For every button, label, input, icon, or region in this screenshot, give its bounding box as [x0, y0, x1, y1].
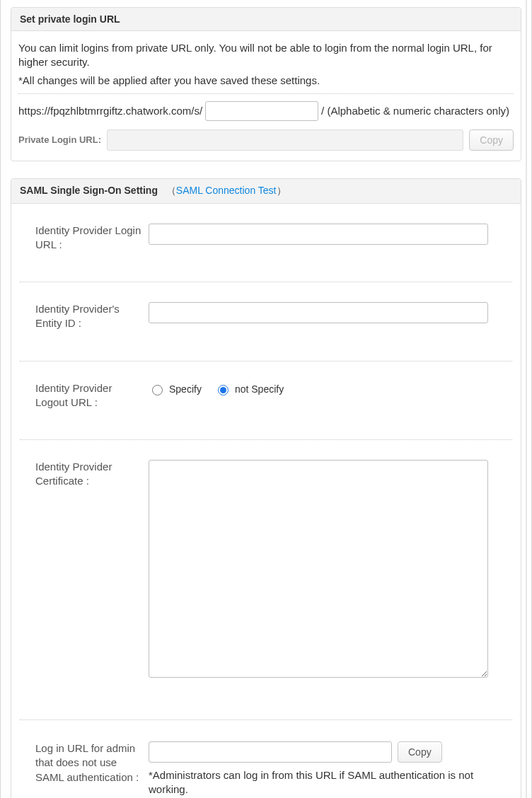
admin-login-url-input[interactable]	[149, 741, 392, 763]
idp-entity-row: Identity Provider's Entity ID :	[20, 282, 512, 362]
admin-login-label: Log in URL for admin that does not use S…	[35, 741, 149, 785]
copy-admin-url-button[interactable]: Copy	[398, 741, 442, 763]
private-login-panel: Set private login URL You can limit logi…	[11, 7, 521, 161]
private-login-copy-row: Private Login URL: Copy	[18, 129, 514, 151]
idp-login-label: Identity Provider Login URL :	[35, 224, 149, 253]
private-url-suffix-input[interactable]	[205, 101, 318, 121]
idp-cert-row: Identity Provider Certificate :	[20, 440, 512, 720]
saml-test-wrapper: （SAML Connection Test）	[166, 185, 287, 196]
logout-not-specify-option[interactable]: not Specify	[214, 383, 284, 395]
private-login-note: *All changes will be applied after you h…	[18, 74, 514, 86]
logout-not-specify-radio[interactable]	[218, 385, 229, 395]
idp-logout-row: Identity Provider Logout URL : Specify n…	[20, 362, 512, 441]
saml-heading: SAML Single Sign-On Setting （SAML Connec…	[11, 179, 521, 204]
copy-private-url-button[interactable]: Copy	[469, 129, 514, 151]
logout-radio-group: Specify not Specify	[149, 381, 505, 395]
private-login-description: You can limit logins from private URL on…	[18, 41, 514, 70]
settings-page: Set private login URL You can limit logi…	[0, 0, 532, 798]
saml-panel: SAML Single Sign-On Setting （SAML Connec…	[11, 178, 521, 799]
logout-specify-option[interactable]: Specify	[149, 383, 202, 395]
idp-certificate-textarea[interactable]	[149, 460, 488, 678]
logout-specify-radio[interactable]	[152, 385, 163, 395]
private-login-heading: Set private login URL	[11, 8, 521, 31]
saml-heading-title: SAML Single Sign-On Setting	[20, 185, 158, 196]
idp-cert-label: Identity Provider Certificate :	[35, 460, 149, 489]
divider	[18, 93, 514, 94]
idp-entity-label: Identity Provider's Entity ID :	[35, 302, 149, 331]
logout-not-specify-label: not Specify	[235, 383, 284, 395]
admin-login-hint: *Administrators can log in from this URL…	[149, 768, 502, 797]
admin-login-row: Log in URL for admin that does not use S…	[20, 720, 512, 798]
private-login-url-label: Private Login URL:	[18, 134, 101, 145]
private-url-row: https://fpqzhlbtmrrgiftz.chatwork.com/s/…	[18, 101, 514, 121]
idp-logout-label: Identity Provider Logout URL :	[35, 381, 149, 410]
private-login-url-field[interactable]	[107, 129, 463, 151]
idp-entity-id-input[interactable]	[149, 302, 488, 323]
logout-specify-label: Specify	[169, 383, 202, 395]
private-url-base: https://fpqzhlbtmrrgiftz.chatwork.com/s/	[18, 105, 202, 117]
private-url-hint: / (Alphabetic & numeric characters only)	[321, 105, 509, 117]
idp-login-url-input[interactable]	[149, 224, 488, 245]
idp-login-row: Identity Provider Login URL :	[20, 204, 512, 283]
saml-connection-test-link[interactable]: SAML Connection Test	[176, 185, 277, 196]
